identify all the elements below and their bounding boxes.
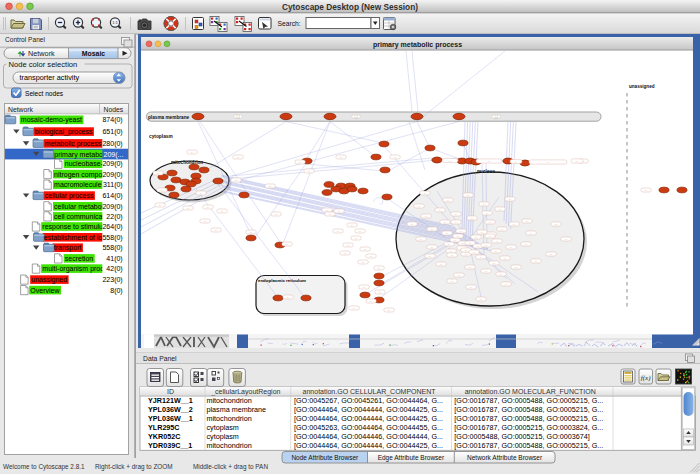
svg-text:...: ... <box>505 282 508 286</box>
svg-text:...: ... <box>471 216 474 220</box>
svg-text:ID: ID <box>167 388 174 395</box>
svg-text:...: ... <box>424 191 427 195</box>
svg-text:[GO:0045263, GO:0044464, GO:00: [GO:0045263, GO:0044464, GO:0044455, G..… <box>294 423 443 432</box>
svg-text:209(...: 209(... <box>104 151 124 159</box>
svg-text:Overview: Overview <box>30 287 60 294</box>
svg-text:22(0): 22(0) <box>106 213 122 221</box>
svg-text:Control Panel: Control Panel <box>5 36 45 43</box>
svg-text:Welcome to Cytoscape 2.8.1: Welcome to Cytoscape 2.8.1 <box>3 463 85 471</box>
svg-text:...: ... <box>359 229 362 233</box>
svg-text:Data Panel: Data Panel <box>143 355 177 362</box>
svg-text:...: ... <box>501 227 504 231</box>
svg-text:secretion: secretion <box>65 255 94 262</box>
svg-text:264(0): 264(0) <box>102 223 122 231</box>
svg-text:...: ... <box>477 244 480 248</box>
svg-text:macromolecule: macromolecule <box>54 181 102 188</box>
svg-text:annotation.GO MOLECULAR_FUNCTI: annotation.GO MOLECULAR_FUNCTION <box>465 388 596 396</box>
svg-text:[GO:0044464, GO:0044444, GO:00: [GO:0044464, GO:0044444, GO:0044425, G..… <box>294 414 443 423</box>
svg-text:plasma membrane: plasma membrane <box>148 115 190 120</box>
svg-text:...: ... <box>509 197 512 201</box>
svg-text:...: ... <box>425 214 428 218</box>
svg-text:...: ... <box>338 209 341 213</box>
svg-text:...: ... <box>355 236 358 240</box>
svg-text:...: ... <box>191 150 194 154</box>
svg-text:...: ... <box>489 234 492 238</box>
svg-text:metabolic process: metabolic process <box>45 140 102 148</box>
svg-text:cytoplasm: cytoplasm <box>207 432 239 441</box>
svg-text:...: ... <box>446 231 449 235</box>
svg-text:YLR295C: YLR295C <box>148 423 180 432</box>
svg-text:YJR121W__1: YJR121W__1 <box>148 396 193 405</box>
svg-text:f(x): f(x) <box>641 374 651 382</box>
svg-text:...: ... <box>465 248 468 252</box>
svg-text:...: ... <box>439 208 442 212</box>
svg-text:endoplasmic reticulum: endoplasmic reticulum <box>258 278 306 283</box>
svg-text:annotation.GO CELLULAR_COMPONE: annotation.GO CELLULAR_COMPONENT <box>303 388 437 396</box>
svg-text:Nodes: Nodes <box>104 106 124 113</box>
svg-text:...: ... <box>447 198 450 202</box>
svg-text:614(0): 614(0) <box>102 192 122 200</box>
svg-text:...: ... <box>455 212 458 216</box>
svg-text:...: ... <box>488 159 491 163</box>
svg-text:...: ... <box>496 239 499 243</box>
svg-text:...: ... <box>481 230 484 234</box>
svg-text:311(0): 311(0) <box>103 181 123 189</box>
svg-text:mitochondrion: mitochondrion <box>171 160 203 165</box>
svg-text:[GO:0016787, GO:0005488, GO:00: [GO:0016787, GO:0005488, GO:0005215, G..… <box>454 405 603 414</box>
svg-text:...: ... <box>504 256 507 260</box>
svg-text:Network Attribute Browser: Network Attribute Browser <box>467 454 543 461</box>
svg-text:Edge Attribute Browser: Edge Attribute Browser <box>378 454 445 462</box>
svg-text:558(0): 558(0) <box>102 234 122 242</box>
svg-text:...: ... <box>394 155 397 159</box>
svg-text:209(0): 209(0) <box>102 171 122 179</box>
svg-text:...: ... <box>337 229 340 233</box>
svg-text:1:1: 1:1 <box>112 20 118 25</box>
svg-text:...: ... <box>489 220 492 224</box>
svg-text:mitochondrion: mitochondrion <box>207 414 252 423</box>
svg-text:...: ... <box>287 295 290 299</box>
svg-text:...: ... <box>329 212 332 216</box>
svg-text:874(0): 874(0) <box>102 116 122 124</box>
svg-text:nitrogen compou: nitrogen compou <box>54 171 106 179</box>
svg-text:...: ... <box>237 155 240 159</box>
svg-text:...: ... <box>460 229 463 233</box>
svg-text:cellular process: cellular process <box>45 192 94 200</box>
svg-text:...: ... <box>221 209 224 213</box>
svg-text:...: ... <box>429 254 432 258</box>
svg-text:...: ... <box>388 308 391 312</box>
svg-text:[..]: [..] <box>354 115 357 119</box>
svg-text:...: ... <box>159 203 162 207</box>
svg-text:primary metabolic process: primary metabolic process <box>373 41 462 49</box>
svg-text:response to stimulu: response to stimulu <box>42 223 103 231</box>
svg-text:unassigned: unassigned <box>31 276 67 284</box>
svg-text:...: ... <box>495 249 498 253</box>
svg-text:...: ... <box>347 243 350 247</box>
svg-text:mitochondrion: mitochondrion <box>207 441 252 450</box>
svg-text:...: ... <box>493 261 496 265</box>
svg-text:Mosaic: Mosaic <box>82 50 106 57</box>
svg-text:mosaic-demo-yeast: mosaic-demo-yeast <box>21 116 82 124</box>
svg-text:cellular metaboli: cellular metaboli <box>54 203 105 210</box>
svg-text:41(0): 41(0) <box>106 255 122 263</box>
svg-text:...: ... <box>378 266 381 270</box>
svg-text:Right-click + drag to ZOOM: Right-click + drag to ZOOM <box>95 463 173 471</box>
svg-text:...: ... <box>187 206 190 210</box>
svg-text:...: ... <box>555 222 558 226</box>
svg-text:Cytoscape Desktop (New Session: Cytoscape Desktop (New Session) <box>282 2 418 12</box>
svg-text:...: ... <box>457 234 460 238</box>
svg-text:...: ... <box>344 251 347 255</box>
svg-text:...: ... <box>547 160 550 164</box>
svg-text:Middle-click + drag to PAN: Middle-click + drag to PAN <box>193 463 268 471</box>
svg-text:...: ... <box>485 243 488 247</box>
svg-text:...: ... <box>353 306 356 310</box>
svg-text:[GO:0016787, GO:0005488, GO:00: [GO:0016787, GO:0005488, GO:0005215, G..… <box>454 441 603 450</box>
svg-text:...: ... <box>485 269 488 273</box>
svg-text:...: ... <box>451 279 454 283</box>
svg-text:...: ... <box>475 235 478 239</box>
svg-text:...: ... <box>340 155 343 159</box>
svg-text:establishment of loc: establishment of loc <box>44 234 106 241</box>
svg-text:223(0): 223(0) <box>102 276 122 284</box>
svg-text:280(0): 280(0) <box>102 140 122 148</box>
svg-text:transport: transport <box>54 244 82 252</box>
svg-text:...: ... <box>286 242 289 246</box>
